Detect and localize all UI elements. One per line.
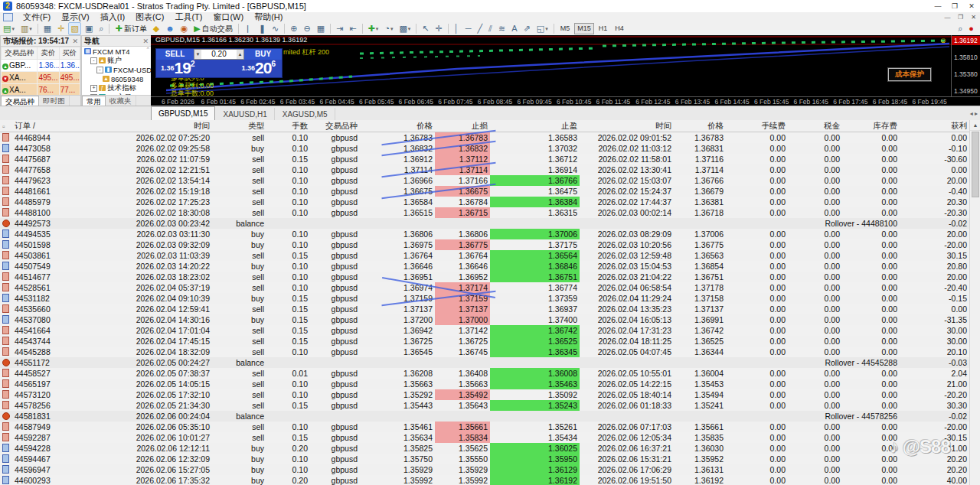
periods-button[interactable]: ◔▾	[382, 22, 395, 35]
crosshair-button[interactable]: ✛	[433, 22, 445, 35]
table-row[interactable]: 445969472026.02.06 15:27:05buy0.10gbpusd…	[0, 464, 969, 475]
zoom-out-button[interactable]: ⊖	[301, 22, 312, 35]
arrows-button[interactable]: ⇗	[521, 22, 533, 35]
table-row[interactable]: 445416642026.02.04 17:01:04sell0.15gbpus…	[0, 325, 969, 336]
trendline-button[interactable]: ╱	[475, 22, 485, 35]
table-row[interactable]: 445511722026.02.05 00:24:27balanceRollov…	[0, 357, 969, 368]
navigator-toggle[interactable]: ▧	[68, 22, 80, 35]
new-chart-button[interactable]: ▤▾	[1, 22, 17, 35]
market-watch-column-header[interactable]: 买价	[59, 47, 80, 60]
menu-item[interactable]: 图表(C)	[130, 12, 169, 22]
lot-size-value[interactable]: 0.20	[201, 50, 237, 59]
chart-restore-button[interactable]: ❐	[954, 13, 967, 21]
chart-minimize-button[interactable]: —	[941, 13, 954, 21]
chart-tab[interactable]: XAUUSD,H1	[216, 108, 274, 121]
chart-shift-button[interactable]: ⇤	[347, 22, 358, 35]
scroll-up-icon[interactable]: ▲	[970, 120, 980, 131]
menu-item[interactable]: 插入(I)	[95, 12, 130, 22]
line-chart-button[interactable]: ∿	[270, 22, 281, 35]
period-button-m5[interactable]: M5	[557, 23, 573, 34]
history-column-header[interactable]: 获利	[900, 120, 969, 132]
buy-button[interactable]: BUY	[244, 49, 282, 60]
auto-scroll-button[interactable]: ⇥	[334, 22, 345, 35]
market-watch-row[interactable]: ▲GBP...1.36...1.36...	[2, 60, 80, 72]
table-row[interactable]: 445452882026.02.04 18:32:09sell0.10gbpus…	[0, 347, 969, 357]
profiles-button[interactable]: ▥▾	[18, 22, 34, 35]
lot-increase-icon[interactable]: ▲	[237, 50, 243, 59]
navigator-tree-item[interactable]: -▮FXCM-USDReal01	[82, 65, 151, 74]
table-row[interactable]: 445038612026.02.03 11:03:39sell0.15gbpus…	[0, 250, 969, 261]
table-row[interactable]: 445015982026.02.03 09:32:09buy0.10gbpusd…	[0, 239, 969, 250]
history-column-header[interactable]: 库存费	[842, 120, 900, 132]
chart-window[interactable]: GBPUSD,M15 1.36166 1.36230 1.36139 1.361…	[151, 35, 980, 106]
history-column-header[interactable]: 止损	[435, 120, 490, 132]
table-row[interactable]: 445370802026.02.04 14:30:16buy0.15gbpusd…	[0, 314, 969, 325]
market-watch-toggle[interactable]: ▦	[41, 22, 54, 35]
navigator-tree-item[interactable]: +ƒ技术指标	[82, 83, 151, 93]
table-row[interactable]: 444881002026.02.02 18:30:08sell0.10gbpus…	[0, 207, 969, 218]
table-row[interactable]: 445651972026.02.05 14:05:15sell0.10gbpus…	[0, 379, 969, 389]
close-button[interactable]: ✕	[963, 1, 980, 11]
horizontal-line-button[interactable]: ─	[463, 22, 474, 35]
table-row[interactable]: 444816612026.02.02 15:19:18sell0.10gbpus…	[0, 186, 969, 197]
market-button[interactable]: ◉	[178, 22, 191, 35]
navigator-tree-item[interactable]: ▲86059348	[82, 74, 151, 83]
table-row[interactable]: 444925732026.02.03 00:23:42balanceRollov…	[0, 218, 969, 229]
chart-window-icon[interactable]	[3, 13, 13, 21]
table-row[interactable]: 445818312026.02.06 00:24:04balanceRollov…	[0, 411, 969, 422]
table-row[interactable]: 445942282026.02.06 12:12:11buy0.20gbpusd…	[0, 443, 969, 454]
tree-scroll-up-icon[interactable]: ⌃	[145, 47, 150, 53]
candlestick-button[interactable]: ❚	[256, 22, 268, 35]
chart-tab-scroll-arrows[interactable]: ◂ ▸	[970, 110, 978, 117]
autotrading-button[interactable]: ▶自动交易	[191, 22, 234, 35]
chart-close-button[interactable]: ✕	[967, 13, 980, 21]
history-column-header[interactable]: 类型	[212, 120, 266, 132]
period-button-h4[interactable]: H4	[612, 23, 627, 34]
table-row[interactable]: 445437442026.02.04 17:45:15sell0.15gbpus…	[0, 336, 969, 347]
lot-size-stepper[interactable]: ▼ 0.20 ▲	[194, 49, 244, 60]
menu-item[interactable]: 工具(T)	[169, 12, 207, 22]
navigator-tree-item[interactable]: -▲账户	[82, 56, 151, 65]
history-column-header[interactable]: ▫	[0, 120, 12, 132]
menu-item[interactable]: 窗口(W)	[207, 12, 249, 22]
shapes-button[interactable]: ◱▾	[534, 22, 550, 35]
table-row[interactable]: 445944672026.02.06 12:32:09buy0.10gbpusd…	[0, 454, 969, 464]
navigator-close-icon[interactable]: ✕	[142, 37, 149, 45]
period-button-m15[interactable]: M15	[574, 23, 594, 34]
history-column-header[interactable]: 交易品种	[310, 120, 360, 132]
bar-chart-button[interactable]: 𝍩	[242, 22, 255, 35]
history-column-header[interactable]: 价格	[674, 120, 726, 132]
chart-tab[interactable]: XAGUSD,M5	[276, 108, 335, 121]
menu-item[interactable]: 文件(F)	[18, 12, 56, 22]
zoom-in-button[interactable]: ⊕	[288, 22, 299, 35]
table-row[interactable]: 444859792026.02.02 17:25:23sell0.10gbpus…	[0, 197, 969, 207]
history-column-header[interactable]: 价格	[360, 120, 435, 132]
navigator-tree-item[interactable]: ▦FXCM MT4	[82, 47, 151, 56]
table-row[interactable]: 444585272026.02.05 07:38:37sell0.01gbpus…	[0, 368, 969, 379]
market-watch-row[interactable]: ▼XA...495...495...	[2, 72, 80, 84]
table-row[interactable]: 445146772026.02.03 18:23:02sell0.10gbpus…	[0, 272, 969, 282]
new-order-button[interactable]: ✚新订单	[113, 22, 149, 35]
table-row[interactable]: 445782562026.02.05 21:34:30sell0.15gbpus…	[0, 400, 969, 411]
history-column-header[interactable]: 时间	[580, 120, 674, 132]
table-row[interactable]: 445922872026.02.06 10:01:27sell0.15gbpus…	[0, 432, 969, 443]
table-row[interactable]: 445879492026.02.06 05:35:10sell0.10gbpus…	[0, 422, 969, 432]
alert-button[interactable]: ●	[966, 22, 976, 35]
history-column-header[interactable]: 税金	[788, 120, 842, 132]
sell-button[interactable]: SELL	[156, 49, 194, 60]
market-watch-tab[interactable]: 即时图	[39, 96, 70, 106]
table-row[interactable]: 444945352026.02.03 03:11:30buy0.10gbpusd…	[0, 229, 969, 239]
tile-windows-button[interactable]: ▦	[315, 22, 327, 35]
table-row[interactable]: 445356602026.02.04 12:59:41sell0.15gbpus…	[0, 304, 969, 314]
table-row[interactable]: 444796232026.02.02 13:54:14sell0.10gbpus…	[0, 175, 969, 186]
table-row[interactable]: 445311822026.02.04 09:10:39buy0.15gbpusd…	[0, 293, 969, 304]
minimize-button[interactable]: —	[929, 1, 946, 11]
history-column-header[interactable]: 订单 /	[12, 120, 61, 132]
terminal-scrollbar[interactable]: ▲	[969, 120, 980, 485]
scrollbar-thumb[interactable]	[972, 132, 979, 197]
indicators-button[interactable]: ✚▾	[366, 22, 381, 35]
terminal-toggle[interactable]: ▣	[83, 22, 95, 35]
market-watch-close-icon[interactable]: ✕	[72, 37, 78, 45]
templates-button[interactable]: ▩▾	[397, 22, 413, 35]
market-watch-tab[interactable]: 交易品种	[1, 96, 39, 106]
